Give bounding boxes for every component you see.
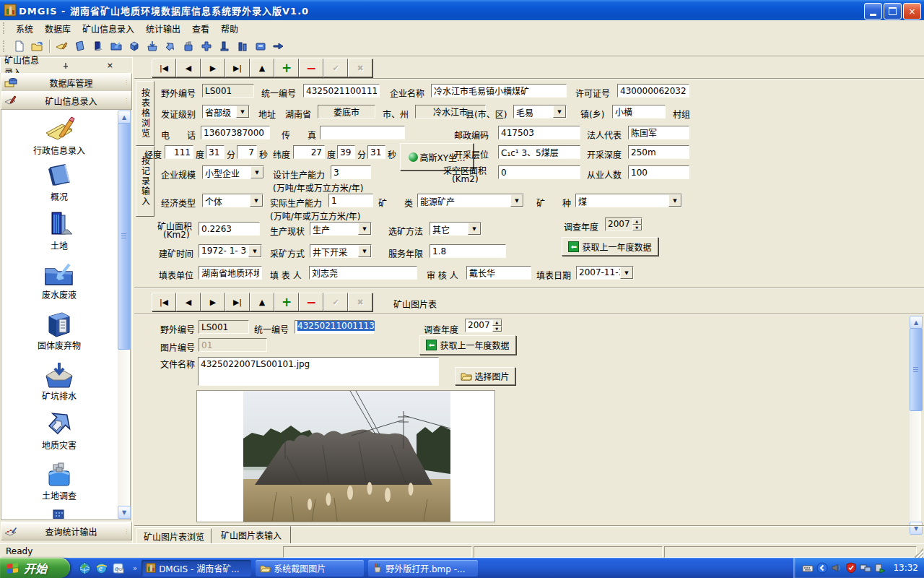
start-button[interactable]: 开始 (0, 558, 70, 578)
longitude-deg-input[interactable] (165, 145, 193, 159)
internet-explorer-icon[interactable]: e (95, 562, 108, 574)
sidebar-scrollbar[interactable]: ▲ ▼ (118, 111, 129, 519)
county-combo[interactable]: 毛易 (513, 105, 567, 118)
sidebar-item-admin-info-entry[interactable]: 行政信息录入 (14, 116, 104, 156)
sidebar-item-solid-waste[interactable]: 固体废弃物 (14, 311, 104, 351)
mining-depth-input[interactable] (628, 145, 689, 159)
menu-view[interactable]: 查看 (186, 21, 215, 36)
land-tower-icon[interactable] (90, 38, 106, 54)
postcode-input[interactable] (498, 126, 580, 139)
pic-nav-add-button[interactable]: + (274, 293, 299, 311)
volume-icon[interactable] (831, 562, 842, 574)
nav-confirm-button[interactable]: ✔ (323, 59, 348, 77)
survey-crate-icon[interactable] (180, 38, 196, 54)
cert-level-combo[interactable]: 省部级 (202, 105, 250, 118)
actual-capacity-input[interactable] (328, 194, 373, 207)
pic-survey-year-spinner[interactable]: 2007▲▼ (465, 319, 502, 332)
pic-fetch-previous-year-button[interactable]: ⬅ 获取上一年度数据 (419, 335, 516, 355)
open-folder-icon[interactable] (29, 38, 45, 54)
longitude-sec-input[interactable] (237, 145, 257, 159)
sidebar-item-land[interactable]: 土地 (14, 210, 104, 251)
nav-add-button[interactable]: + (274, 59, 299, 77)
nav-delete-button[interactable]: − (299, 59, 323, 77)
pic-nav-last-button[interactable]: ▶| (225, 293, 250, 311)
chevron-down-icon[interactable] (468, 223, 481, 235)
sidebar-group-database-management[interactable]: 数据库管理 ⋮ (1, 73, 132, 92)
tab-browse-by-table[interactable]: 按表格浏览 (136, 81, 154, 146)
fetch-previous-year-button[interactable]: ⬅ 获取上一年度数据 (562, 237, 658, 256)
tab-picture-table-browse[interactable]: 矿山图片表浏览 (136, 528, 212, 544)
mining-horizon-input[interactable] (498, 145, 580, 159)
service-life-input[interactable] (430, 244, 506, 258)
sidebar-item-wastewater[interactable]: 废水废液 (14, 260, 104, 301)
beneficiation-combo[interactable]: 其它 (430, 222, 481, 236)
pic-nav-cancel-button[interactable]: ✖ (348, 293, 372, 311)
enterprise-scale-combo[interactable]: 小型企业 (202, 165, 264, 179)
sidebar-group-mine-info-entry[interactable]: 矿山信息录入 ⋮ (1, 91, 132, 110)
latitude-min-input[interactable] (337, 145, 355, 159)
sidebar-item-pit-drainage[interactable]: 矿坑排水 (14, 361, 104, 402)
picture-no-input[interactable] (199, 338, 267, 352)
employees-input[interactable] (628, 165, 689, 179)
mining-method-combo[interactable]: 井下开采 (310, 244, 372, 258)
chevron-down-icon[interactable] (250, 194, 263, 207)
phone-input[interactable] (201, 126, 270, 139)
build-time-combo[interactable]: 1972- 1- 3 (199, 244, 262, 258)
chevron-down-icon[interactable] (620, 267, 633, 279)
design-capacity-input[interactable] (331, 165, 371, 179)
chevron-down-icon[interactable] (668, 194, 681, 207)
latitude-sec-input[interactable] (367, 145, 385, 159)
new-file-icon[interactable] (11, 38, 27, 54)
outlook-express-icon[interactable]: e (112, 562, 124, 574)
minimize-button[interactable] (864, 3, 882, 20)
menu-mine-info-entry[interactable]: 矿山信息录入 (77, 21, 140, 36)
mine-area-input[interactable] (199, 222, 260, 236)
spin-up-icon[interactable]: ▲ (632, 218, 642, 225)
geohazard-ring-icon[interactable] (162, 38, 178, 54)
unified-no-input[interactable] (303, 84, 380, 98)
pic-nav-refresh-button[interactable]: ▲ (250, 293, 274, 311)
chevron-down-icon[interactable] (236, 105, 249, 118)
menu-statistics-output[interactable]: 统计输出 (140, 21, 186, 36)
field-no-input[interactable] (202, 84, 254, 98)
overview-book-icon[interactable] (71, 38, 88, 54)
column-icon[interactable] (216, 38, 232, 54)
economy-type-combo[interactable]: 个体 (202, 194, 263, 207)
menu-database[interactable]: 数据库 (39, 21, 77, 36)
chevron-down-icon[interactable] (553, 105, 566, 118)
taskbar-task-paint[interactable]: 野外版打开.bmp -... (368, 560, 478, 577)
ore-kind-combo[interactable]: 煤 (575, 194, 682, 207)
latitude-deg-input[interactable] (293, 145, 325, 159)
nav-first-button[interactable]: |◀ (152, 59, 176, 77)
chevron-down-icon[interactable] (358, 223, 371, 235)
restore-button[interactable] (884, 3, 902, 20)
tab-picture-table-entry[interactable]: 矿山图片表输入 (212, 526, 291, 544)
spin-up-icon[interactable]: ▲ (492, 319, 502, 326)
pic-unified-no-input[interactable]: 43250211001113 (295, 320, 374, 334)
file-name-box[interactable]: 4325022007LS00101.jpg (198, 357, 439, 386)
menu-system[interactable]: 系统 (10, 21, 39, 36)
wastewater-folder-icon[interactable] (108, 38, 124, 54)
scroll-up-icon[interactable]: ▲ (118, 111, 131, 124)
desktop-globe-icon[interactable] (79, 562, 91, 574)
sidebar-item-geohazard[interactable]: 地质灾害 (14, 410, 104, 451)
town-input[interactable] (612, 105, 666, 118)
fill-person-input[interactable] (309, 266, 417, 280)
chevron-down-icon[interactable] (510, 194, 523, 207)
menu-help[interactable]: 帮助 (215, 21, 244, 36)
resize-grip[interactable] (914, 548, 923, 558)
sidebar-item-overview[interactable]: 概况 (14, 162, 104, 202)
spin-down-icon[interactable]: ▼ (492, 326, 502, 332)
language-bar-icon[interactable] (816, 562, 828, 574)
pic-nav-next-button[interactable]: ▶ (201, 293, 225, 311)
admin-entry-icon[interactable] (53, 38, 70, 54)
storage-box-icon[interactable] (252, 38, 269, 54)
pin-icon[interactable] (43, 61, 84, 71)
chevron-down-icon[interactable] (248, 245, 261, 257)
nav-prev-button[interactable]: ◀ (176, 59, 201, 77)
sidebar-item-land-survey[interactable]: 土地调查 (14, 461, 104, 501)
pic-nav-first-button[interactable]: |◀ (152, 293, 176, 311)
chevron-down-icon[interactable] (358, 245, 371, 257)
production-status-combo[interactable]: 生产 (310, 222, 372, 236)
picture-pane-scrollbar[interactable]: ▲ ▼ (910, 316, 921, 535)
